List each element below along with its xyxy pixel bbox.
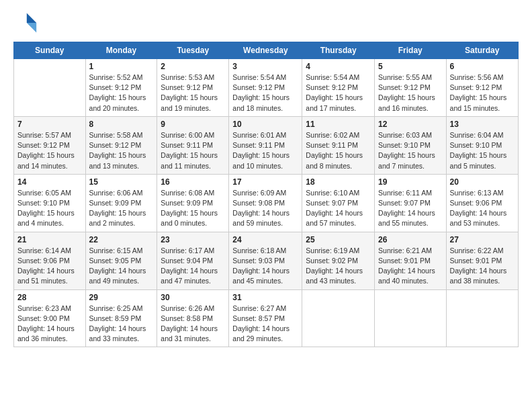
day-number: 2 — [161, 62, 225, 71]
day-info: Sunrise: 6:11 AM Sunset: 9:07 PM Dayligh… — [378, 188, 443, 229]
day-number: 26 — [378, 235, 443, 244]
calendar-cell: 23Sunrise: 6:17 AM Sunset: 9:04 PM Dayli… — [157, 232, 229, 289]
day-info: Sunrise: 5:54 AM Sunset: 9:12 PM Dayligh… — [306, 73, 371, 113]
day-info: Sunrise: 6:03 AM Sunset: 9:10 PM Dayligh… — [378, 130, 443, 171]
day-info: Sunrise: 6:00 AM Sunset: 9:11 PM Dayligh… — [161, 130, 225, 171]
day-number: 14 — [17, 177, 82, 187]
day-info: Sunrise: 6:25 AM Sunset: 8:59 PM Dayligh… — [89, 304, 154, 345]
calendar-table: SundayMondayTuesdayWednesdayThursdayFrid… — [13, 42, 519, 347]
calendar-cell: 6Sunrise: 5:56 AM Sunset: 9:12 PM Daylig… — [446, 59, 518, 117]
calendar-cell: 30Sunrise: 6:26 AM Sunset: 8:58 PM Dayli… — [157, 289, 229, 347]
weekday-header-sunday: Sunday — [14, 42, 86, 59]
day-info: Sunrise: 6:21 AM Sunset: 9:01 PM Dayligh… — [378, 246, 443, 287]
day-info: Sunrise: 6:01 AM Sunset: 9:11 PM Dayligh… — [232, 130, 298, 171]
day-number: 6 — [450, 62, 515, 71]
day-number: 11 — [306, 120, 371, 129]
calendar-cell: 29Sunrise: 6:25 AM Sunset: 8:59 PM Dayli… — [85, 289, 157, 347]
day-number: 27 — [450, 235, 515, 244]
calendar-cell: 14Sunrise: 6:05 AM Sunset: 9:10 PM Dayli… — [14, 174, 86, 232]
calendar-cell — [375, 289, 447, 347]
day-info: Sunrise: 6:09 AM Sunset: 9:08 PM Dayligh… — [232, 188, 298, 229]
day-number: 19 — [378, 177, 443, 187]
calendar-cell: 11Sunrise: 6:02 AM Sunset: 9:11 PM Dayli… — [302, 116, 375, 174]
calendar-cell: 7Sunrise: 5:57 AM Sunset: 9:12 PM Daylig… — [14, 116, 86, 174]
day-info: Sunrise: 6:10 AM Sunset: 9:07 PM Dayligh… — [306, 188, 371, 229]
day-number: 4 — [306, 62, 371, 71]
weekday-header-monday: Monday — [85, 42, 157, 59]
calendar-cell: 22Sunrise: 6:15 AM Sunset: 9:05 PM Dayli… — [85, 232, 157, 289]
day-info: Sunrise: 6:14 AM Sunset: 9:06 PM Dayligh… — [17, 246, 82, 287]
day-number: 5 — [378, 62, 443, 71]
calendar-cell: 27Sunrise: 6:22 AM Sunset: 9:01 PM Dayli… — [446, 232, 518, 289]
day-info: Sunrise: 6:19 AM Sunset: 9:02 PM Dayligh… — [306, 246, 371, 287]
day-number: 13 — [450, 120, 515, 129]
day-info: Sunrise: 5:56 AM Sunset: 9:12 PM Dayligh… — [450, 73, 515, 113]
weekday-header-friday: Friday — [375, 42, 447, 59]
calendar-cell: 16Sunrise: 6:08 AM Sunset: 9:09 PM Dayli… — [157, 174, 229, 232]
header — [13, 11, 519, 35]
svg-marker-1 — [27, 23, 36, 32]
day-number: 7 — [17, 120, 82, 129]
day-number: 3 — [232, 62, 298, 71]
day-number: 31 — [232, 293, 298, 302]
day-info: Sunrise: 6:04 AM Sunset: 9:10 PM Dayligh… — [450, 130, 515, 171]
day-number: 30 — [161, 293, 225, 302]
calendar-cell: 3Sunrise: 5:54 AM Sunset: 9:12 PM Daylig… — [229, 59, 302, 117]
calendar-cell: 1Sunrise: 5:52 AM Sunset: 9:12 PM Daylig… — [85, 59, 157, 117]
weekday-header-row: SundayMondayTuesdayWednesdayThursdayFrid… — [14, 42, 519, 59]
week-row-1: 1Sunrise: 5:52 AM Sunset: 9:12 PM Daylig… — [14, 59, 519, 117]
svg-marker-0 — [27, 13, 36, 23]
weekday-header-thursday: Thursday — [302, 42, 375, 59]
day-number: 29 — [89, 293, 154, 302]
day-number: 15 — [89, 177, 154, 187]
day-info: Sunrise: 6:13 AM Sunset: 9:06 PM Dayligh… — [450, 188, 515, 229]
day-number: 1 — [89, 62, 154, 71]
calendar-cell — [302, 289, 375, 347]
day-number: 10 — [232, 120, 298, 129]
day-number: 17 — [232, 177, 298, 187]
day-info: Sunrise: 6:18 AM Sunset: 9:03 PM Dayligh… — [232, 246, 298, 287]
calendar-cell: 25Sunrise: 6:19 AM Sunset: 9:02 PM Dayli… — [302, 232, 375, 289]
weekday-header-saturday: Saturday — [446, 42, 518, 59]
day-info: Sunrise: 5:54 AM Sunset: 9:12 PM Dayligh… — [232, 73, 298, 113]
week-row-4: 21Sunrise: 6:14 AM Sunset: 9:06 PM Dayli… — [14, 232, 519, 289]
day-number: 8 — [89, 120, 154, 129]
calendar-cell: 10Sunrise: 6:01 AM Sunset: 9:11 PM Dayli… — [229, 116, 302, 174]
calendar-cell: 21Sunrise: 6:14 AM Sunset: 9:06 PM Dayli… — [14, 232, 86, 289]
calendar-cell: 13Sunrise: 6:04 AM Sunset: 9:10 PM Dayli… — [446, 116, 518, 174]
day-info: Sunrise: 5:53 AM Sunset: 9:12 PM Dayligh… — [161, 73, 225, 113]
calendar-cell: 4Sunrise: 5:54 AM Sunset: 9:12 PM Daylig… — [302, 59, 375, 117]
day-number: 20 — [450, 177, 515, 187]
weekday-header-wednesday: Wednesday — [229, 42, 302, 59]
day-number: 25 — [306, 235, 371, 244]
calendar-cell: 31Sunrise: 6:27 AM Sunset: 8:57 PM Dayli… — [229, 289, 302, 347]
week-row-2: 7Sunrise: 5:57 AM Sunset: 9:12 PM Daylig… — [14, 116, 519, 174]
day-info: Sunrise: 6:27 AM Sunset: 8:57 PM Dayligh… — [232, 304, 298, 345]
calendar-cell: 17Sunrise: 6:09 AM Sunset: 9:08 PM Dayli… — [229, 174, 302, 232]
calendar-cell: 9Sunrise: 6:00 AM Sunset: 9:11 PM Daylig… — [157, 116, 229, 174]
day-number: 22 — [89, 235, 154, 244]
day-number: 9 — [161, 120, 225, 129]
page: SundayMondayTuesdayWednesdayThursdayFrid… — [0, 0, 532, 411]
calendar-cell: 19Sunrise: 6:11 AM Sunset: 9:07 PM Dayli… — [375, 174, 447, 232]
day-info: Sunrise: 5:58 AM Sunset: 9:12 PM Dayligh… — [89, 130, 154, 171]
day-number: 21 — [17, 235, 82, 244]
calendar-cell: 2Sunrise: 5:53 AM Sunset: 9:12 PM Daylig… — [157, 59, 229, 117]
day-info: Sunrise: 6:06 AM Sunset: 9:09 PM Dayligh… — [89, 188, 154, 229]
day-number: 16 — [161, 177, 225, 187]
calendar-cell: 18Sunrise: 6:10 AM Sunset: 9:07 PM Dayli… — [302, 174, 375, 232]
week-row-5: 28Sunrise: 6:23 AM Sunset: 9:00 PM Dayli… — [14, 289, 519, 347]
day-info: Sunrise: 6:15 AM Sunset: 9:05 PM Dayligh… — [89, 246, 154, 287]
day-number: 23 — [161, 235, 225, 244]
day-info: Sunrise: 6:17 AM Sunset: 9:04 PM Dayligh… — [161, 246, 225, 287]
calendar-cell: 5Sunrise: 5:55 AM Sunset: 9:12 PM Daylig… — [375, 59, 447, 117]
calendar-cell: 12Sunrise: 6:03 AM Sunset: 9:10 PM Dayli… — [375, 116, 447, 174]
day-number: 12 — [378, 120, 443, 129]
day-info: Sunrise: 6:22 AM Sunset: 9:01 PM Dayligh… — [450, 246, 515, 287]
calendar-cell — [14, 59, 86, 117]
weekday-header-tuesday: Tuesday — [157, 42, 229, 59]
day-info: Sunrise: 6:02 AM Sunset: 9:11 PM Dayligh… — [306, 130, 371, 171]
day-info: Sunrise: 5:52 AM Sunset: 9:12 PM Dayligh… — [89, 73, 154, 113]
week-row-3: 14Sunrise: 6:05 AM Sunset: 9:10 PM Dayli… — [14, 174, 519, 232]
day-number: 24 — [232, 235, 298, 244]
